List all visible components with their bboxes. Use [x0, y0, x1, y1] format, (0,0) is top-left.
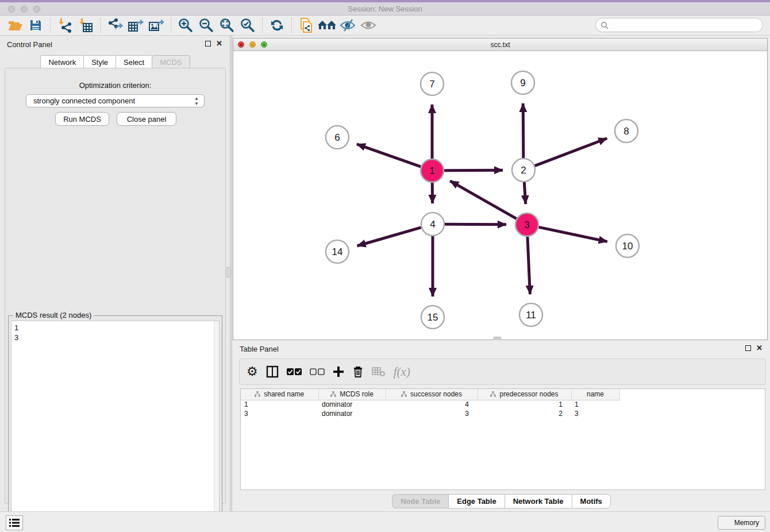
duplicate-network-icon	[299, 17, 314, 33]
optimization-criterion-select[interactable]: strongly connected component ▲▼	[26, 94, 205, 107]
graph-edge-2-3[interactable]	[524, 182, 525, 204]
zoom-out-icon	[199, 18, 214, 33]
tab-network-table[interactable]: Network Table	[505, 494, 572, 508]
import-network-button[interactable]	[55, 17, 75, 34]
result-scrollbar[interactable]	[214, 321, 219, 531]
tab-motifs[interactable]: Motifs	[572, 494, 611, 508]
column-header-name[interactable]: name	[571, 389, 619, 400]
delete-table-icon	[372, 367, 386, 377]
deselect-all-button[interactable]	[310, 364, 325, 379]
cell-predecessor-nodes: 2	[478, 409, 571, 418]
graph-edge-4-14[interactable]	[357, 228, 421, 246]
table-row[interactable]: 1dominator411	[241, 400, 765, 409]
export-network-button[interactable]	[105, 17, 125, 34]
close-panel-button[interactable]: Close panel	[117, 112, 176, 126]
search-box[interactable]	[595, 18, 763, 32]
column-header-successor-nodes[interactable]: successor nodes	[386, 389, 478, 400]
control-panel-title: Control Panel	[7, 40, 52, 49]
run-mcds-button[interactable]: Run MCDS	[55, 112, 109, 126]
search-input[interactable]	[609, 20, 763, 31]
export-table-icon	[128, 18, 144, 33]
network-window-titlebar[interactable]: ✕ − + scc.txt	[233, 38, 767, 51]
zoom-out-button[interactable]	[196, 17, 217, 34]
main-toolbar	[0, 16, 770, 36]
memory-status-icon	[724, 519, 731, 526]
graph-edge-1-6[interactable]	[357, 144, 421, 167]
table-toolbar: ⚙ f(x)	[239, 358, 766, 385]
result-line: 1	[14, 323, 219, 333]
column-header-mcds-role[interactable]: MCDS role	[318, 389, 386, 400]
graph-edge-3-11[interactable]	[528, 237, 530, 294]
zoom-fit-button[interactable]	[217, 17, 237, 34]
hide-selected-icon	[340, 18, 356, 32]
delete-button[interactable]	[352, 364, 364, 379]
task-history-button[interactable]	[6, 515, 23, 530]
table-panel-header: Table Panel ✕	[233, 340, 770, 356]
control-panel-header: Control Panel ✕	[0, 36, 230, 52]
table-panel-title: Table Panel	[240, 345, 279, 353]
session-title: Session: New Session	[0, 5, 770, 13]
export-table-button[interactable]	[125, 17, 146, 34]
function-button: f(x)	[394, 364, 410, 379]
mcds-result-textarea[interactable]: 1 3	[11, 321, 220, 532]
cell-name: 3	[571, 409, 619, 418]
graph-edge-2-8[interactable]	[535, 138, 607, 166]
column-header-filler	[619, 389, 765, 400]
open-file-icon	[7, 18, 23, 32]
zoom-selected-button[interactable]	[237, 17, 258, 34]
home-view-button[interactable]	[317, 17, 337, 34]
node-table[interactable]: shared name MCDS role successor nodes pr…	[240, 388, 765, 490]
vertical-splitter-handle[interactable]	[226, 267, 231, 277]
float-table-panel-icon[interactable]	[745, 345, 751, 351]
add-column-button[interactable]	[333, 364, 344, 379]
duplicate-network-button[interactable]	[296, 17, 317, 34]
zoom-in-button[interactable]	[175, 17, 196, 34]
zoom-fit-icon	[220, 18, 234, 33]
save-session-button[interactable]	[25, 17, 46, 34]
import-table-button[interactable]	[75, 17, 96, 34]
import-table-icon	[78, 18, 93, 33]
show-all-button[interactable]	[358, 17, 379, 34]
table-row[interactable]: 3dominator323	[241, 409, 765, 418]
toolbar-separator	[262, 18, 263, 33]
select-all-button[interactable]	[287, 364, 302, 379]
float-panel-icon[interactable]	[205, 41, 211, 47]
graph-edge-3-1[interactable]	[450, 181, 516, 219]
table-tabs: Node Table Edge Table Network Table Moti…	[233, 494, 770, 508]
close-table-panel-icon[interactable]: ✕	[756, 344, 763, 352]
graph-edge-3-10[interactable]	[539, 227, 607, 241]
tab-node-table[interactable]: Node Table	[392, 494, 448, 508]
graph-node-label-6: 6	[334, 132, 340, 143]
graph-edge-4-3[interactable]	[445, 224, 506, 225]
toolbar-separator	[100, 18, 101, 33]
graph-edge-1-2[interactable]	[444, 170, 503, 171]
add-column-icon	[333, 366, 344, 377]
gear-button[interactable]: ⚙	[247, 364, 258, 379]
save-session-icon	[29, 18, 43, 32]
export-image-button[interactable]	[146, 17, 167, 34]
sort-hierarchy-icon	[401, 391, 407, 397]
cell-successor-nodes: 4	[386, 400, 478, 409]
graph-node-label-15: 15	[428, 312, 438, 323]
column-header-shared-name[interactable]: shared name	[241, 389, 318, 400]
close-panel-icon[interactable]: ✕	[216, 39, 222, 48]
tab-edge-table[interactable]: Edge Table	[448, 494, 504, 508]
refresh-layout-button[interactable]	[267, 17, 287, 34]
graph-edge-2-9[interactable]	[523, 103, 523, 158]
list-icon	[9, 518, 20, 527]
titlebar[interactable]: Session: New Session	[0, 2, 770, 16]
hide-selected-button[interactable]	[337, 17, 358, 34]
table-panel: Table Panel ✕ ⚙ f(x)	[233, 340, 770, 511]
memory-button[interactable]: Memory	[718, 516, 765, 530]
column-header-predecessor-nodes[interactable]: predecessor nodes	[478, 389, 571, 400]
cell-mcds-role: dominator	[318, 400, 386, 409]
columns-button[interactable]	[266, 364, 279, 379]
open-file-button[interactable]	[5, 17, 25, 34]
zoom-selected-icon	[240, 18, 255, 33]
network-canvas[interactable]: 7968124314101511	[233, 51, 767, 340]
cell-mcds-role: dominator	[318, 409, 386, 418]
cell-shared-name: 1	[241, 400, 318, 409]
optimization-criterion-label: Optimization criterion:	[5, 81, 225, 90]
cell-predecessor-nodes: 1	[478, 400, 571, 409]
chevron-up-down-icon: ▲▼	[194, 96, 199, 106]
